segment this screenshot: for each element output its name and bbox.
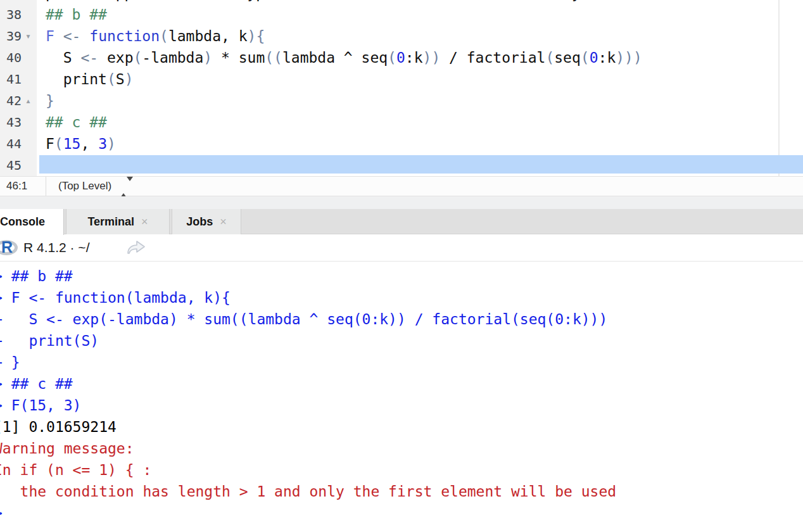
code-token: ( [545, 49, 554, 66]
console-line-output: [1] 0.01659214 [0, 416, 803, 438]
code-token: ( [581, 49, 590, 66]
code-text[interactable]: F <- function(lambda, k){ [46, 25, 265, 47]
code-token: 3 [98, 136, 107, 152]
code-token: plot(x, ppois(x, [46, 0, 194, 1]
editor-line[interactable]: 39▾F <- function(lambda, k){ [0, 25, 803, 47]
code-token: ( [107, 71, 116, 87]
console-line-input: + S <- exp(-lambda) * sum((lambda ^ seq(… [0, 308, 803, 330]
r-logo-letter: R [1, 238, 13, 256]
console-line-input: > [0, 502, 803, 524]
code-token: } [46, 92, 54, 109]
console-line-input: + print(S) [0, 330, 803, 352]
code-token: , xlab = [449, 0, 528, 1]
r-version-label: R 4.1.2 · ~/ [23, 240, 89, 255]
code-token: print [46, 71, 107, 87]
console-line-input: > ## b ## [0, 265, 803, 287]
code-token: 0 [590, 49, 598, 66]
cursor-position: 46:1 [6, 180, 27, 193]
line-number: 42 [0, 90, 22, 111]
code-token: S [116, 71, 125, 87]
code-token: :k [598, 49, 616, 66]
console-tab-bar: Console Terminal × Jobs × [0, 209, 803, 234]
editor-status-bar: 46:1 (Top Level) [0, 176, 803, 196]
editor-line[interactable]: 40 S <- exp(-lambda) * sum((lambda ^ seq… [0, 47, 803, 68]
code-token: ), type = [212, 0, 300, 1]
fold-down-icon[interactable]: ▾ [25, 25, 31, 47]
code-text[interactable]: ## c ## [46, 111, 107, 133]
line-number: 43 [0, 111, 22, 133]
fold-up-icon[interactable]: ▴ [25, 90, 31, 111]
code-token: seq [554, 49, 581, 66]
console-toolbar: R R 4.1.2 · ~/ [0, 235, 803, 262]
tab-jobs[interactable]: Jobs × [172, 209, 241, 234]
editor-line[interactable]: 43## c ## [0, 111, 803, 133]
tab-console[interactable]: Console [0, 209, 64, 235]
line-number: 38 [0, 4, 22, 25]
code-token: "F(k)" [633, 0, 686, 1]
code-token: <- [80, 49, 98, 66]
code-token: ## b ## [46, 6, 107, 23]
code-token: ( [388, 49, 396, 66]
code-token: )) [423, 49, 441, 66]
code-text[interactable]: ## b ## [46, 4, 107, 25]
editor-line[interactable]: 38## b ## [0, 4, 803, 25]
line-number: 45 [0, 155, 22, 176]
code-token: F [46, 136, 54, 152]
code-token: (( [265, 49, 282, 66]
code-token: lambda, k [168, 28, 248, 44]
code-token: ( [54, 136, 63, 152]
code-token: ) [107, 136, 116, 152]
code-token: lambda ^ seq [282, 49, 388, 66]
code-token: "k" [528, 0, 555, 1]
console-line-error: the condition has length > 1 and only th… [0, 481, 803, 502]
code-token: exp [98, 49, 133, 66]
code-text[interactable]: F(15, 3) [46, 133, 116, 155]
code-token: 15 [194, 0, 212, 1]
tab-console-label: Console [0, 215, 45, 229]
code-token: , [80, 136, 98, 152]
code-token: "s" [300, 0, 327, 1]
editor-line[interactable]: 45 [0, 155, 803, 176]
tab-terminal[interactable]: Terminal × [66, 209, 170, 234]
source-editor-pane[interactable]: plot(x, ppois(x, 15), type = "s", main =… [0, 0, 803, 176]
code-text[interactable]: print(S) [46, 68, 134, 90]
code-token: -lambda [142, 49, 203, 66]
code-token: ){ [248, 28, 265, 44]
console-line-error: In if (n <= 1) { : [0, 459, 803, 481]
scope-spinner-icon[interactable] [120, 181, 133, 194]
line-number: 41 [0, 68, 22, 90]
tab-terminal-label: Terminal [87, 215, 134, 229]
console-line-input: + } [0, 352, 803, 373]
code-token: ( [133, 49, 142, 66]
code-token: , main = [326, 0, 405, 1]
code-text[interactable]: S <- exp(-lambda) * sum((lambda ^ seq(0:… [46, 47, 642, 68]
close-icon[interactable]: × [141, 215, 148, 229]
show-directory-arrow-icon[interactable] [125, 239, 147, 258]
code-token: , ylab = [554, 0, 633, 1]
console-line-input: > F(15, 3) [0, 395, 803, 416]
pane-separator[interactable] [0, 196, 803, 209]
editor-line[interactable]: 44F(15, 3) [0, 133, 803, 155]
code-token [54, 28, 63, 44]
code-token: / factorial [440, 49, 545, 66]
scope-selector[interactable]: (Top Level) [58, 180, 111, 193]
code-token: ) [203, 49, 212, 66]
code-token: <- [63, 28, 81, 44]
editor-line[interactable]: 41 print(S) [0, 68, 803, 90]
code-token: :k [405, 49, 423, 66]
console-output[interactable]: > ## b ##> F <- function(lambda, k){+ S … [0, 262, 803, 524]
status-divider [46, 177, 46, 196]
code-token: 15 [63, 136, 81, 152]
code-token: 0 [396, 49, 405, 66]
line-number: 44 [0, 133, 22, 155]
code-text[interactable]: } [46, 90, 54, 111]
close-icon[interactable]: × [220, 215, 227, 229]
code-token: ) [125, 71, 134, 87]
code-token: F [46, 28, 54, 44]
code-token: ( [160, 28, 168, 44]
code-token: ## c ## [46, 114, 107, 130]
code-token [80, 28, 89, 44]
console-line-input: > ## c ## [0, 373, 803, 395]
console-line-input: > F <- function(lambda, k){ [0, 287, 803, 308]
editor-line[interactable]: 42▴} [0, 90, 803, 111]
